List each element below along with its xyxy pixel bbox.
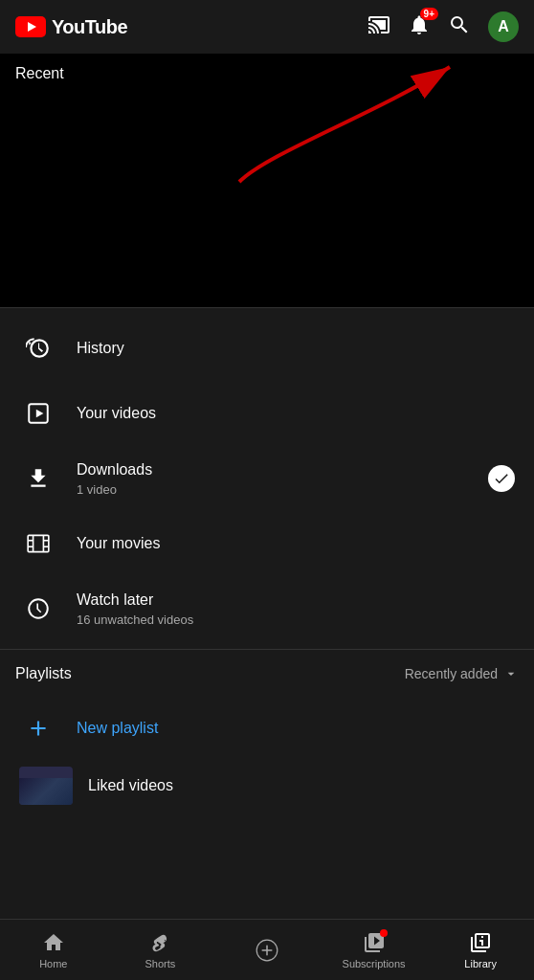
shorts-nav-label: Shorts [145, 958, 175, 969]
plus-icon [19, 709, 57, 747]
nav-item-shorts[interactable]: Shorts [107, 924, 214, 977]
history-title: History [77, 339, 515, 359]
home-nav-icon [42, 931, 65, 954]
subscriptions-notification-dot [380, 929, 388, 937]
liked-videos-label: Liked videos [88, 777, 173, 794]
history-text: History [77, 339, 515, 359]
new-playlist-label: New playlist [77, 720, 158, 737]
cast-button[interactable] [367, 13, 390, 40]
menu-item-downloads[interactable]: Downloads 1 video [0, 446, 534, 511]
menu-item-your-movies[interactable]: Your movies [0, 511, 534, 576]
your-movies-text: Your movies [77, 534, 515, 554]
menu-item-history[interactable]: History [0, 316, 534, 381]
new-playlist-button[interactable]: New playlist [0, 698, 534, 759]
svg-rect-5 [28, 535, 49, 551]
library-nav-icon [469, 931, 492, 954]
your-movies-title: Your movies [77, 534, 515, 554]
recent-content-area [0, 90, 534, 301]
playlists-sort-button[interactable]: Recently added [405, 666, 519, 681]
playlists-section: Playlists Recently added New playlist Li… [0, 649, 534, 813]
watch-later-icon [19, 590, 57, 628]
downloads-badge [488, 465, 515, 492]
subscriptions-nav-label: Subscriptions [343, 958, 406, 969]
nav-item-library[interactable]: Library [427, 924, 534, 977]
header: YouTube 9+ A [0, 0, 534, 54]
downloads-icon [19, 459, 57, 498]
liked-videos-item[interactable]: Liked videos [0, 759, 534, 813]
recent-section: Recent [0, 54, 534, 307]
svg-marker-4 [36, 410, 44, 418]
playlists-header: Playlists Recently added [0, 665, 534, 698]
menu-item-watch-later[interactable]: Watch later 16 unwatched videos [0, 576, 534, 641]
downloads-text: Downloads 1 video [77, 460, 488, 497]
watch-later-subtitle: 16 unwatched videos [77, 612, 515, 627]
search-button[interactable] [448, 13, 471, 40]
shorts-nav-icon [148, 931, 171, 954]
downloads-title: Downloads [77, 460, 488, 480]
downloads-subtitle: 1 video [77, 482, 488, 497]
watch-later-title: Watch later [77, 590, 515, 611]
chevron-down-icon [503, 666, 519, 681]
nav-item-home[interactable]: Home [0, 924, 107, 977]
bottom-navigation: Home Shorts Subscriptions [0, 919, 534, 980]
header-left: YouTube [15, 16, 127, 38]
notification-button[interactable]: 9+ [408, 13, 431, 40]
create-nav-icon [256, 939, 278, 962]
subscriptions-nav-icon [363, 931, 386, 954]
cast-icon [367, 13, 390, 36]
menu-item-your-videos[interactable]: Your videos [0, 381, 534, 446]
playlists-title: Playlists [15, 665, 72, 682]
recent-label: Recent [0, 54, 534, 90]
menu-section: History Your videos Downloads 1 video [0, 308, 534, 649]
your-videos-title: Your videos [77, 404, 515, 424]
search-icon [448, 13, 471, 36]
check-icon [493, 470, 510, 487]
your-videos-icon [19, 394, 57, 433]
nav-item-create[interactable] [213, 931, 321, 969]
avatar[interactable]: A [488, 11, 519, 42]
youtube-logo-text: YouTube [52, 16, 127, 38]
history-icon [19, 329, 57, 368]
your-movies-icon [19, 524, 57, 563]
library-nav-label: Library [464, 958, 497, 969]
playlists-sort-label: Recently added [405, 666, 498, 681]
nav-item-subscriptions[interactable]: Subscriptions [321, 924, 428, 977]
header-right: 9+ A [367, 11, 519, 42]
liked-videos-thumbnail [19, 767, 73, 805]
notification-badge: 9+ [420, 8, 438, 20]
watch-later-text: Watch later 16 unwatched videos [77, 590, 515, 627]
youtube-logo[interactable]: YouTube [15, 16, 127, 38]
your-videos-text: Your videos [77, 404, 515, 424]
home-nav-label: Home [39, 958, 67, 969]
youtube-logo-icon [15, 16, 46, 37]
